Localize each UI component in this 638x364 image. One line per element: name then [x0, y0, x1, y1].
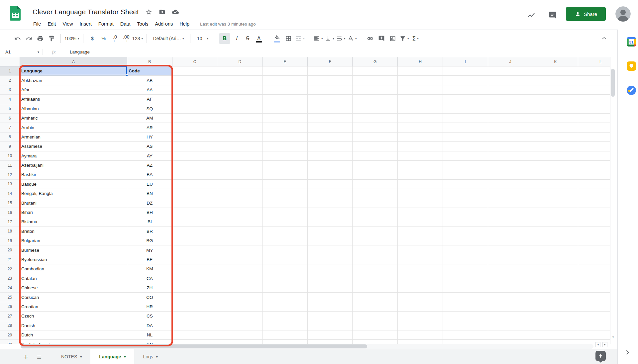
cell-F12[interactable]: [308, 170, 353, 179]
row-header-11[interactable]: 11: [0, 161, 20, 170]
cell-L16[interactable]: [578, 208, 610, 217]
cell-E2[interactable]: [263, 76, 308, 85]
tab-dropdown-icon[interactable]: ▾: [156, 355, 158, 359]
row-header-20[interactable]: 20: [0, 245, 20, 255]
cell-I11[interactable]: [443, 161, 488, 170]
cell-A4[interactable]: Afrikaans: [20, 95, 127, 104]
cell-H25[interactable]: [398, 293, 443, 302]
row-header-16[interactable]: 16: [0, 208, 20, 217]
cell-H29[interactable]: [398, 330, 443, 340]
calendar-icon[interactable]: 31: [627, 37, 636, 46]
cell-B9[interactable]: AS: [127, 142, 172, 151]
sheets-logo-icon[interactable]: [10, 6, 21, 21]
row-header-2[interactable]: 2: [0, 76, 20, 85]
cell-H20[interactable]: [398, 245, 443, 255]
cell-A11[interactable]: Azerbaijani: [20, 161, 127, 170]
cell-B24[interactable]: ZH: [127, 283, 172, 293]
cell-L19[interactable]: [578, 236, 610, 245]
row-header-12[interactable]: 12: [0, 170, 20, 179]
cell-C11[interactable]: [172, 161, 218, 170]
cell-J20[interactable]: [488, 245, 533, 255]
cell-K4[interactable]: [533, 95, 578, 104]
cell-D23[interactable]: [217, 274, 263, 283]
cell-A29[interactable]: Dutch: [20, 330, 127, 340]
row-header-29[interactable]: 29: [0, 330, 20, 340]
cell-B10[interactable]: AY: [127, 151, 172, 161]
cell-A30[interactable]: English, American: [20, 340, 127, 344]
cell-J23[interactable]: [488, 274, 533, 283]
cell-F17[interactable]: [308, 217, 353, 227]
insights-icon[interactable]: [525, 9, 537, 21]
cell-E25[interactable]: [263, 293, 308, 302]
cell-A19[interactable]: Bulgarian: [20, 236, 127, 245]
cell-G30[interactable]: [353, 340, 398, 344]
cell-A22[interactable]: Cambodian: [20, 264, 127, 274]
cell-K3[interactable]: [533, 85, 578, 95]
vertical-scrollbar-thumb[interactable]: [611, 69, 615, 97]
merge-cells-button[interactable]: ▾: [294, 33, 305, 44]
cell-D1[interactable]: [217, 66, 263, 76]
cell-G10[interactable]: [353, 151, 398, 161]
cell-I3[interactable]: [443, 85, 488, 95]
format-percent-button[interactable]: %: [98, 33, 109, 44]
cell-B8[interactable]: HY: [127, 133, 172, 142]
cell-F6[interactable]: [308, 114, 353, 123]
cloud-saved-icon[interactable]: [172, 9, 179, 15]
fill-color-button[interactable]: [272, 33, 282, 44]
cell-I12[interactable]: [443, 170, 488, 179]
cell-L26[interactable]: [578, 302, 610, 312]
cell-H22[interactable]: [398, 264, 443, 274]
cell-J18[interactable]: [488, 227, 533, 236]
row-header-10[interactable]: 10: [0, 151, 20, 161]
cell-C30[interactable]: [172, 340, 218, 344]
column-header-L[interactable]: L: [578, 57, 610, 66]
cell-D28[interactable]: [217, 321, 263, 330]
cell-D13[interactable]: [217, 180, 263, 189]
cell-G24[interactable]: [353, 283, 398, 293]
vertical-align-button[interactable]: ▾: [324, 33, 335, 44]
cell-J7[interactable]: [488, 123, 533, 132]
column-header-I[interactable]: I: [443, 57, 488, 66]
cell-J30[interactable]: [488, 340, 533, 344]
cell-I22[interactable]: [443, 264, 488, 274]
cell-F28[interactable]: [308, 321, 353, 330]
cell-I10[interactable]: [443, 151, 488, 161]
cell-K7[interactable]: [533, 123, 578, 132]
cell-H6[interactable]: [398, 114, 443, 123]
cell-H17[interactable]: [398, 217, 443, 227]
cell-J17[interactable]: [488, 217, 533, 227]
sheet-tab-logs[interactable]: Logs▾: [137, 349, 163, 364]
cell-E10[interactable]: [263, 151, 308, 161]
cell-G21[interactable]: [353, 255, 398, 264]
cell-L27[interactable]: [578, 312, 610, 321]
cell-G16[interactable]: [353, 208, 398, 217]
cell-B16[interactable]: BH: [127, 208, 172, 217]
row-header-24[interactable]: 24: [0, 283, 20, 293]
cell-H3[interactable]: [398, 85, 443, 95]
row-header-15[interactable]: 15: [0, 198, 20, 208]
horizontal-align-button[interactable]: ▾: [313, 33, 323, 44]
cell-J4[interactable]: [488, 95, 533, 104]
cell-A14[interactable]: Bengali, Bangla: [20, 189, 127, 198]
cell-D10[interactable]: [217, 151, 263, 161]
cell-D2[interactable]: [217, 76, 263, 85]
borders-button[interactable]: [283, 33, 294, 44]
star-icon[interactable]: [146, 9, 152, 15]
italic-button[interactable]: I: [231, 33, 242, 44]
cell-E13[interactable]: [263, 180, 308, 189]
cell-F20[interactable]: [308, 245, 353, 255]
cell-J22[interactable]: [488, 264, 533, 274]
cell-C20[interactable]: [172, 245, 218, 255]
cell-B6[interactable]: AM: [127, 114, 172, 123]
text-wrap-button[interactable]: ▾: [335, 33, 346, 44]
cell-G5[interactable]: [353, 104, 398, 114]
cell-G11[interactable]: [353, 161, 398, 170]
cell-J2[interactable]: [488, 76, 533, 85]
cell-G17[interactable]: [353, 217, 398, 227]
cell-K24[interactable]: [533, 283, 578, 293]
cell-G2[interactable]: [353, 76, 398, 85]
comment-history-icon[interactable]: [547, 9, 559, 21]
cell-L4[interactable]: [578, 95, 610, 104]
cell-I21[interactable]: [443, 255, 488, 264]
cell-E7[interactable]: [263, 123, 308, 132]
